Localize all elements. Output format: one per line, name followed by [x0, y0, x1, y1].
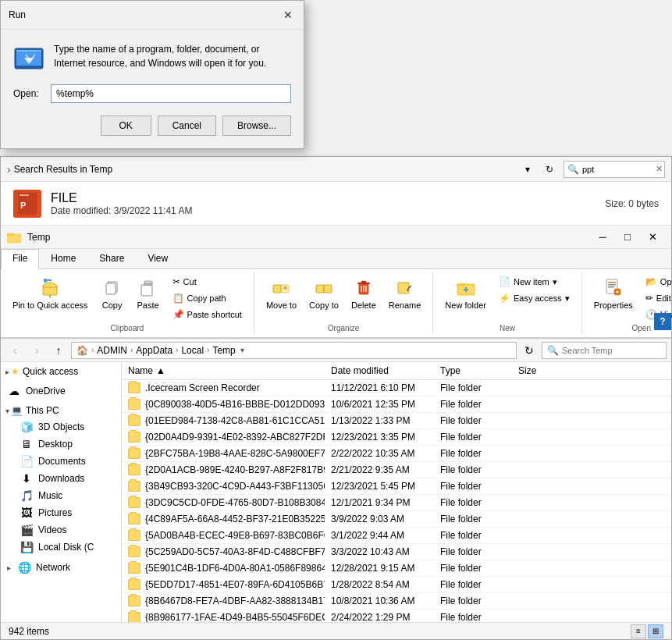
folder-icon [128, 514, 140, 524]
file-date-cell: 12/23/2021 3:35 PM [325, 429, 434, 445]
tab-view[interactable]: View [136, 249, 180, 269]
run-cancel-button[interactable]: Cancel [158, 116, 216, 136]
videos-icon: 🎬 [20, 524, 34, 536]
breadcrumb-appdata[interactable]: AppData [136, 345, 172, 356]
sidebar-item-music[interactable]: 🎵 Music [1, 487, 121, 504]
open-button[interactable]: 📂 Open ▾ [640, 274, 672, 290]
search-input[interactable] [582, 165, 652, 174]
sidebar-this-pc-header[interactable]: ▾ 💻 This PC [1, 403, 121, 418]
file-name: {8B6467D8-FE7A-4DBF-AA82-3888134B17... [145, 596, 325, 606]
tab-home[interactable]: Home [39, 249, 87, 269]
new-item-button[interactable]: 📄 New item ▾ [493, 274, 575, 290]
nav-back-button[interactable]: ‹ [5, 341, 24, 360]
sidebar-item-videos[interactable]: 🎬 Videos [1, 521, 121, 539]
run-open-input[interactable] [51, 84, 291, 103]
table-row[interactable]: {0C890038-40D5-4B16-BBBE-D012DD093... 10… [122, 396, 671, 413]
pin-quick-access-button[interactable]: Pin to Quick access [7, 274, 94, 314]
move-to-label: Move to [266, 300, 297, 311]
close-button[interactable]: ✕ [640, 227, 665, 247]
sidebar-item-onedrive[interactable]: ☁ OneDrive [1, 382, 121, 400]
paste-shortcut-button[interactable]: 📌 Paste shortcut [167, 307, 247, 322]
sidebar-local-disk-label: Local Disk (C [38, 542, 94, 553]
move-to-button[interactable]: Move to [261, 274, 302, 314]
col-header-date[interactable]: Date modified [325, 362, 434, 379]
file-name-cell: {8B986177-1FAE-4D49-B4B5-55045F6DEC... [122, 610, 325, 622]
file-size-cell [512, 386, 574, 390]
search-nav-input[interactable] [562, 346, 656, 355]
list-view-button[interactable]: ⊞ [648, 624, 663, 638]
breadcrumb-local[interactable]: Local [181, 345, 204, 356]
breadcrumb-admin[interactable]: ADMIN [97, 345, 127, 356]
properties-button[interactable]: Properties [588, 274, 638, 314]
table-row[interactable]: {2BFC75BA-19B8-4AAE-828C-5A9800EF7... 2/… [122, 446, 671, 462]
file-type-cell: File folder [434, 429, 512, 445]
file-type-cell: File folder [434, 380, 512, 396]
file-name: {2BFC75BA-19B8-4AAE-828C-5A9800EF7... [145, 448, 325, 459]
table-row[interactable]: {5E901C4B-1DF6-4D0A-80A1-0586F89864... 1… [122, 560, 671, 577]
sidebar-item-downloads[interactable]: ⬇ Downloads [1, 470, 121, 487]
svg-rect-33 [608, 284, 616, 286]
nav-refresh-button[interactable]: ↻ [520, 341, 539, 360]
new-folder-button[interactable]: New folder [439, 274, 492, 314]
table-row[interactable]: {01EED984-7138-42C8-AB81-61C1CCA51... 1/… [122, 413, 671, 429]
sidebar-item-3d-objects[interactable]: 🧊 3D Objects [1, 418, 121, 436]
table-row[interactable]: {5EDD7D17-4851-4E07-89FA-6D4105B6B7... 1… [122, 577, 671, 593]
table-row[interactable]: {5AD0BA4B-ECEC-49E8-B697-83BC0B6F6... 3/… [122, 528, 671, 544]
sidebar-item-local-disk[interactable]: 💾 Local Disk (C [1, 539, 121, 556]
tab-file[interactable]: File [1, 249, 39, 269]
breadcrumb-temp[interactable]: Temp [212, 345, 235, 356]
table-row[interactable]: {02D0A4D9-9391-4E02-8392-ABC827F2DF... 1… [122, 429, 671, 446]
nav-forward-button[interactable]: › [27, 341, 46, 360]
run-ok-button[interactable]: OK [101, 116, 151, 136]
tab-share[interactable]: Share [87, 249, 136, 269]
maximize-button[interactable]: □ [615, 227, 640, 247]
table-row[interactable]: .Icecream Screen Recorder 11/12/2021 6:1… [122, 380, 671, 396]
sidebar-item-documents[interactable]: 📄 Documents [1, 453, 121, 470]
copy-button[interactable]: Copy [95, 274, 130, 314]
copy-path-button[interactable]: 📋 Copy path [167, 290, 247, 306]
col-header-name[interactable]: Name ▲ [122, 362, 325, 379]
addr-refresh-button[interactable]: ↻ [540, 161, 559, 178]
sidebar-item-network[interactable]: ▸ 🌐 Network [1, 559, 121, 576]
table-row[interactable]: {4C89AF5A-66A8-4452-BF37-21E0B35225... 3… [122, 511, 671, 528]
search-clear-icon[interactable]: ✕ [656, 164, 663, 174]
delete-button[interactable]: Delete [346, 274, 382, 314]
col-header-type[interactable]: Type [434, 362, 512, 379]
run-close-button[interactable]: ✕ [280, 7, 296, 23]
file-size-cell [512, 468, 574, 472]
sidebar-quick-access-header[interactable]: ▸ ★ Quick access [1, 364, 121, 379]
table-row[interactable]: {8B6467D8-FE7A-4DBF-AA82-3888134B17... 1… [122, 593, 671, 610]
table-row[interactable]: {2D0A1ACB-989E-4240-B297-A8F2F817B9... 2… [122, 462, 671, 478]
help-button[interactable]: ? [654, 313, 671, 330]
cut-button[interactable]: ✂ Cut [167, 274, 247, 290]
run-titlebar: Run ✕ [1, 1, 304, 30]
nav-up-button[interactable]: ↑ [49, 341, 68, 360]
easy-access-button[interactable]: ⚡ Easy access ▾ [493, 290, 575, 306]
copy-to-button[interactable]: Copy to [304, 274, 344, 314]
col-header-size[interactable]: Size [512, 362, 574, 379]
minimize-button[interactable]: ─ [590, 227, 615, 247]
sidebar-documents-label: Documents [38, 456, 86, 467]
edit-button[interactable]: ✏ Edit [640, 290, 672, 306]
file-type-cell: File folder [434, 446, 512, 461]
breadcrumb-sep-2: › [130, 346, 133, 354]
folder-icon [128, 448, 140, 459]
table-row[interactable]: {3B49CB93-320C-4C9D-A443-F3BF113056... 1… [122, 478, 671, 495]
paste-button[interactable]: Paste [131, 274, 165, 314]
rename-button[interactable]: Rename [383, 274, 427, 314]
table-row[interactable]: {3DC9C5CD-0FDE-4765-80D7-B108B3084... 12… [122, 495, 671, 511]
table-row[interactable]: {5C259AD0-5C57-40A3-8F4D-C488CFBF7... 3/… [122, 544, 671, 560]
file-size-cell [512, 451, 574, 456]
run-browse-button[interactable]: Browse... [222, 116, 291, 136]
3d-objects-icon: 🧊 [20, 421, 34, 433]
file-result-bar: P FILE Date modified: 3/9/2022 11:41 AM … [1, 182, 671, 226]
sidebar-item-pictures[interactable]: 🖼 Pictures [1, 504, 121, 521]
addr-dropdown-button[interactable]: ▾ [518, 161, 537, 178]
table-row[interactable]: {8B986177-1FAE-4D49-B4B5-55045F6DEC... 2… [122, 610, 671, 622]
sidebar-item-desktop[interactable]: 🖥 Desktop [1, 436, 121, 453]
file-size-cell [512, 549, 574, 554]
edit-icon: ✏ [645, 293, 653, 304]
details-view-button[interactable]: ≡ [631, 624, 646, 638]
breadcrumb-dropdown-button[interactable]: ▾ [239, 346, 246, 354]
organize-group-items: Move to Copy to [261, 274, 426, 322]
